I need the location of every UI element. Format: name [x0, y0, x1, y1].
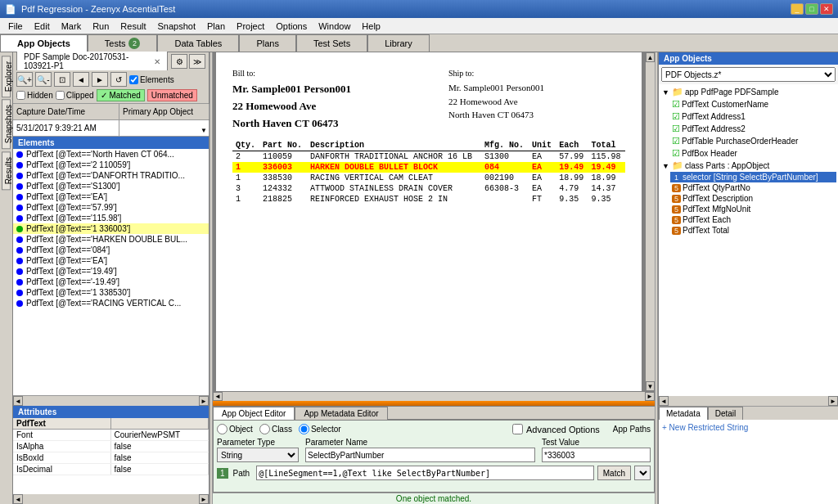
tree-item-class[interactable]: ▼ 📁 class Parts : AppObject — [660, 160, 836, 172]
settings-btn[interactable]: ⚙ — [171, 54, 187, 69]
menu-options[interactable]: Options — [271, 20, 312, 32]
element-item[interactable]: PdfText [@Text=='EA'] — [13, 255, 209, 266]
tree-item-app[interactable]: ▼ 📁 app PdfPage PDFSample — [660, 86, 836, 98]
expand-class[interactable]: ▼ — [662, 162, 670, 170]
attrs-scroll-track[interactable] — [23, 494, 199, 504]
tree-item-address2[interactable]: ☑ PdfText Address2 — [670, 123, 836, 135]
zoom-out-btn[interactable]: 🔍- — [35, 72, 52, 87]
menu-snapshot[interactable]: Snapshot — [153, 20, 200, 32]
match-button[interactable]: Match — [597, 466, 631, 480]
element-item[interactable]: PdfText [@Text=='57.99'] — [13, 202, 209, 213]
tab-tests[interactable]: Tests 2 — [88, 34, 158, 52]
element-item[interactable]: PdfText [@Text=='HARKEN DOUBLE BUL... — [13, 234, 209, 245]
menu-plan[interactable]: Plan — [202, 20, 230, 32]
scroll-left[interactable]: ◄ — [13, 396, 23, 406]
tab-plans[interactable]: Plans — [239, 34, 296, 52]
vscroll-up[interactable]: ▲ — [646, 52, 655, 62]
radio-class[interactable]: Class — [259, 424, 292, 434]
tab-library[interactable]: Library — [367, 34, 430, 52]
pdf-scroll-left[interactable]: ◄ — [213, 392, 223, 401]
menu-result[interactable]: Result — [115, 20, 151, 32]
zoom-in-btn[interactable]: 🔍+ — [16, 72, 33, 87]
menu-edit[interactable]: Edit — [29, 20, 55, 32]
tab-data-tables[interactable]: Data Tables — [157, 34, 239, 52]
advanced-checkbox[interactable] — [512, 424, 523, 434]
vtab-results[interactable]: Results — [2, 151, 11, 190]
radio-object-input[interactable] — [217, 424, 228, 434]
checkbox-hidden[interactable]: Hidden — [16, 91, 53, 100]
menu-project[interactable]: Project — [232, 20, 269, 32]
element-item[interactable]: PdfText [@Text=='19.49'] — [13, 266, 209, 277]
tree-item-address1[interactable]: ☑ PdfText Address1 — [670, 110, 836, 123]
expand-btn[interactable]: ≫ — [189, 54, 205, 69]
close-button[interactable]: ✕ — [820, 3, 833, 15]
scroll-right[interactable]: ► — [199, 396, 209, 406]
tree-item-poheader[interactable]: ☑ PdfTable PurchaseOrderHeader — [670, 135, 836, 147]
vtab-explorer[interactable]: Explorer — [2, 56, 11, 97]
checkbox-clipped[interactable]: Clipped — [56, 91, 94, 100]
next-btn[interactable]: ► — [92, 72, 108, 87]
element-item[interactable]: PdfText [@Text=='DANFORTH TRADITIO... — [13, 170, 209, 181]
hidden-checkbox[interactable] — [16, 91, 25, 100]
element-item[interactable]: PdfText [@Text=='-19.49'] — [13, 277, 209, 287]
pdf-scroll-area[interactable]: Bill to: Mr. Sample001 Person001 22 Home… — [213, 52, 645, 391]
param-name-input[interactable] — [305, 448, 535, 462]
refresh-btn[interactable]: ↺ — [110, 72, 127, 87]
minimize-button[interactable]: _ — [791, 3, 804, 15]
element-item[interactable]: PdfText [@Text=='2 110059'] — [13, 160, 209, 170]
element-item[interactable]: PdfText [@Text=='RACING VERTICAL C... — [13, 298, 209, 308]
tree-item-qtypartno[interactable]: 5 PdfText QtyPartNo — [670, 182, 836, 193]
tree-item-customername[interactable]: ☑ PdfText CustomerName — [670, 98, 836, 110]
doc-tab-pdf[interactable]: PDF Sample Doc-20170531-103921-P1 ✕ — [16, 51, 168, 72]
right-scroll-right[interactable]: ► — [828, 396, 838, 406]
clipped-checkbox[interactable] — [56, 91, 65, 100]
elements-checkbox[interactable] — [129, 75, 138, 84]
element-item[interactable]: PdfText [@Text=='115.98'] — [13, 213, 209, 223]
right-search-select[interactable]: PDF Objects.z* — [661, 67, 836, 82]
tab-app-metadata-editor[interactable]: App Metadata Editor — [295, 407, 387, 420]
tree-item-boxheader[interactable]: ☑ PdfBox Header — [670, 147, 836, 160]
maximize-button[interactable]: □ — [805, 3, 818, 15]
param-type-select[interactable]: String — [217, 448, 299, 462]
pdf-scroll-track[interactable] — [223, 392, 645, 401]
element-item[interactable]: PdfText [@Text=='EA'] — [13, 191, 209, 202]
menu-run[interactable]: Run — [88, 20, 114, 32]
menu-help[interactable]: Help — [357, 20, 385, 32]
menu-mark[interactable]: Mark — [56, 20, 86, 32]
tree-item-selector[interactable]: 1 selector [String SelectByPartNumber] — [670, 172, 836, 182]
right-hscroll[interactable]: ◄ ► — [659, 396, 838, 406]
element-item-highlighted[interactable]: PdfText [@Text=='1 336003'] — [13, 223, 209, 234]
vtab-snapshots[interactable]: Snapshots — [2, 99, 11, 149]
radio-object[interactable]: Object — [217, 424, 253, 434]
expand-app[interactable]: ▼ — [662, 88, 670, 97]
right-scroll-track[interactable] — [669, 396, 828, 406]
tree-item-mfgnounit[interactable]: 5 PdfText MfgNoUnit — [670, 204, 836, 214]
matched-badge[interactable]: ✓ Matched — [97, 89, 145, 101]
tree-item-total[interactable]: 5 PdfText Total — [670, 225, 836, 236]
add-restricted-string[interactable]: + New Restricted String — [662, 423, 835, 432]
element-item[interactable]: PdfText [@Text=='S1300'] — [13, 181, 209, 191]
elements-hscroll[interactable]: ◄ ► — [13, 396, 209, 406]
menu-window[interactable]: Window — [313, 20, 355, 32]
tab-detail[interactable]: Detail — [708, 407, 744, 420]
pdf-hscroll[interactable]: ◄ ► — [213, 391, 655, 401]
tree-item-description[interactable]: 5 PdfText Description — [670, 193, 836, 204]
attrs-hscroll[interactable]: ◄ ► — [13, 494, 209, 504]
vscroll-track[interactable] — [646, 62, 655, 381]
doc-tab-close[interactable]: ✕ — [154, 57, 160, 66]
attrs-scroll-left[interactable]: ◄ — [13, 494, 23, 504]
menu-file[interactable]: File — [3, 20, 28, 32]
tab-test-sets[interactable]: Test Sets — [296, 34, 367, 52]
zoom-fit-btn[interactable]: ⊡ — [54, 72, 70, 87]
radio-selector[interactable]: Selector — [299, 424, 341, 434]
tree-item-each[interactable]: 5 PdfText Each — [670, 214, 836, 225]
vscroll-down[interactable]: ▼ — [646, 381, 655, 391]
element-item[interactable]: PdfText [@Text=='1 338530'] — [13, 287, 209, 298]
element-item[interactable]: PdfText [@Text=='084'] — [13, 245, 209, 255]
test-value-input[interactable] — [542, 448, 651, 462]
pdf-vscroll[interactable]: ▲ ▼ — [645, 52, 655, 391]
tab-app-object-editor[interactable]: App Object Editor — [213, 407, 295, 420]
path-input[interactable] — [256, 466, 594, 480]
radio-selector-input[interactable] — [299, 424, 309, 434]
element-item[interactable]: PdfText [@Text=='North Haven CT 064... — [13, 149, 209, 160]
